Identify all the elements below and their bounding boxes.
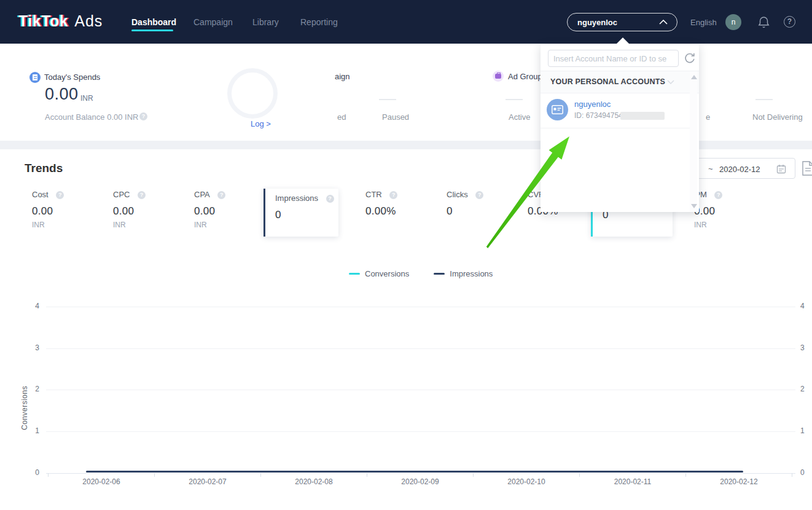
metric-cpm[interactable]: CPM ? 0.00 INR (689, 189, 763, 200)
account-item-id: ID: 673494754 (574, 111, 623, 120)
status-value-dash (755, 99, 773, 100)
metric-label: Clicks (447, 190, 468, 199)
metric-value: 0 (275, 209, 281, 221)
legend-impressions[interactable]: Impressions (434, 269, 493, 278)
scroll-up-arrow[interactable] (691, 75, 697, 79)
top-navbar: TikTokAds Dashboard Campaign Library Rep… (0, 0, 812, 44)
user-avatar[interactable]: n (725, 14, 741, 30)
metric-cpa[interactable]: CPA ? 0.00 INR (194, 189, 268, 200)
legend-swatch-impressions (434, 273, 445, 275)
chevron-up-icon (659, 20, 668, 25)
tiktok-ads-logo[interactable]: TikTokAds (18, 12, 103, 30)
metric-cost[interactable]: Cost ? 0.00 INR (32, 189, 106, 200)
dropdown-caret (616, 37, 630, 44)
gridline (46, 390, 795, 390)
question-icon[interactable]: ? (326, 195, 334, 203)
impressions-series-line (86, 471, 743, 473)
personal-accounts-section-header[interactable]: YOUR PERSONAL ACCOUNTS (541, 71, 699, 93)
status-value-dash (506, 99, 523, 100)
metric-label: Cost (32, 190, 49, 199)
tab-library[interactable]: Library (252, 17, 279, 27)
metric-ctr[interactable]: CTR ? 0.00% (365, 189, 439, 200)
tab-reporting[interactable]: Reporting (300, 17, 338, 27)
x-axis-line (46, 473, 795, 474)
axis-tick (260, 473, 261, 477)
gridline (46, 348, 795, 349)
scrollbar-track[interactable] (690, 71, 697, 212)
language-selector[interactable]: English (690, 18, 717, 27)
y-tick-label-right: 0 (800, 468, 812, 477)
tab-campaign[interactable]: Campaign (193, 17, 233, 27)
account-list-item[interactable]: nguyenloc ID: 673494754 (541, 93, 692, 128)
y-tick-label-right: 3 (800, 343, 812, 352)
today-spends-currency: INR (80, 94, 93, 103)
metric-cpc[interactable]: CPC ? 0.00 INR (113, 189, 187, 200)
metric-value: 0.00 (194, 205, 215, 218)
id-card-icon (552, 105, 563, 114)
x-tick-label: 2020-02-07 (180, 477, 235, 486)
y-tick-label-right: 2 (800, 385, 812, 393)
empty-donut-chart (227, 68, 278, 119)
metric-impressions-card[interactable]: Impressions ? 0 (264, 189, 338, 237)
y-tick-label-right: 4 (800, 302, 812, 310)
account-search-input[interactable] (548, 50, 679, 67)
y-tick-label: 0 (18, 468, 39, 477)
date-range-picker[interactable]: ~ 2020-02-12 (688, 158, 795, 179)
campaign-status-paused: Paused (382, 112, 409, 122)
chart-legend: Conversions Impressions (349, 269, 493, 278)
refresh-icon[interactable] (684, 52, 695, 64)
metric-label: CPA (194, 190, 210, 199)
metric-unit: INR (194, 221, 207, 229)
metric-value: 0.00 (32, 205, 53, 218)
question-icon[interactable]: ? (475, 191, 483, 199)
metric-unit: INR (113, 221, 126, 229)
ad-group-status-active: Active (509, 112, 530, 122)
metric-label: CTR (365, 190, 382, 199)
x-tick-label: 2020-02-06 (74, 477, 129, 486)
x-tick-label: 2020-02-09 (392, 477, 448, 486)
balance-question-icon[interactable]: ? (139, 112, 147, 120)
active-tab-underline (131, 29, 173, 31)
axis-tick (685, 473, 686, 477)
tab-dashboard[interactable]: Dashboard (131, 17, 176, 27)
legend-label: Impressions (450, 269, 493, 278)
notification-bell-icon[interactable] (758, 16, 770, 31)
metric-label: CPC (113, 190, 130, 199)
today-spends-value: 0.00 (45, 85, 79, 104)
logo-ads: Ads (74, 12, 103, 29)
scroll-down-arrow[interactable] (691, 204, 697, 208)
redacted-id-block (620, 112, 665, 120)
question-icon[interactable]: ? (138, 191, 146, 199)
question-icon[interactable]: ? (714, 191, 722, 199)
legend-conversions[interactable]: Conversions (349, 269, 409, 278)
export-report-icon[interactable] (802, 161, 812, 176)
legend-swatch-conversions (349, 273, 360, 275)
metric-value: 0 (447, 205, 453, 218)
spends-icon (29, 72, 41, 83)
log-link[interactable]: Log > (251, 119, 271, 128)
tiktok-ads-dashboard: TikTokAds Dashboard Campaign Library Rep… (0, 0, 812, 510)
date-separator: ~ (708, 164, 713, 173)
axis-tick (48, 473, 49, 477)
question-icon[interactable]: ? (217, 191, 225, 199)
question-icon[interactable]: ? (389, 191, 397, 199)
y-axis-title: Conversions (20, 356, 29, 430)
chevron-down-icon (667, 80, 674, 84)
question-icon[interactable]: ? (56, 191, 64, 199)
campaign-status-fragment: ed (337, 112, 346, 122)
account-selector-button[interactable]: nguyenloc (567, 13, 677, 31)
logo-tiktok: TikTok (18, 12, 68, 29)
status-value-dash (379, 99, 396, 100)
gridline (46, 431, 795, 432)
y-tick-label: 4 (18, 302, 39, 310)
gridline (46, 307, 795, 307)
ad-group-title: Ad Group (508, 72, 542, 81)
date-end: 2020-02-12 (719, 165, 760, 174)
ad-group-icon (493, 71, 504, 82)
section-header-label: YOUR PERSONAL ACCOUNTS (550, 77, 665, 86)
y-tick-label: 1 (18, 426, 39, 435)
help-icon[interactable]: ? (784, 16, 795, 28)
metric-unit: INR (694, 221, 707, 229)
metric-clicks[interactable]: Clicks ? 0 (447, 189, 520, 200)
axis-tick (154, 473, 155, 477)
